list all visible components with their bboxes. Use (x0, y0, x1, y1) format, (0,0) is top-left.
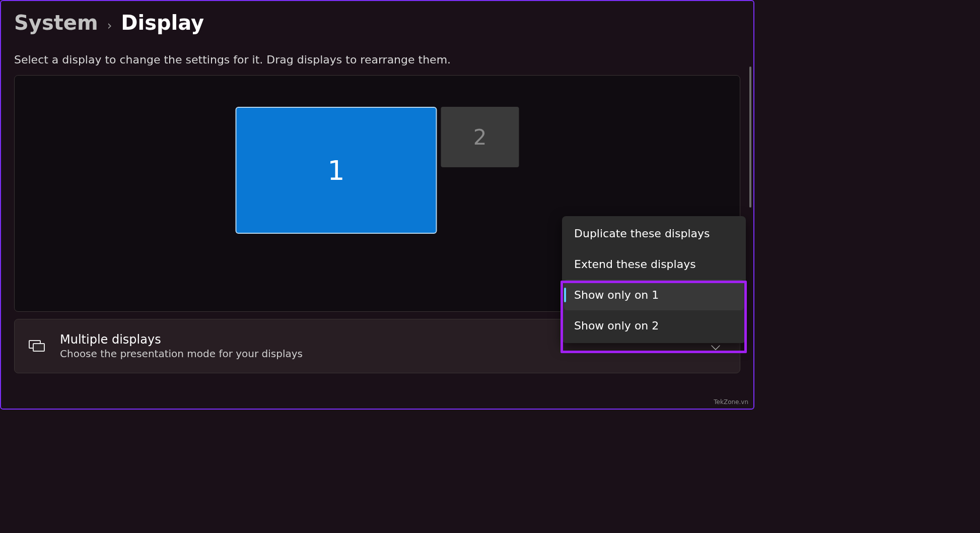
dropdown-option-duplicate[interactable]: Duplicate these displays (564, 218, 744, 249)
multiple-displays-subtitle: Choose the presentation mode for your di… (60, 348, 303, 360)
multiple-displays-title: Multiple displays (60, 332, 303, 347)
chevron-right-icon: › (107, 19, 112, 33)
displays-icon (29, 340, 45, 352)
watermark-text: TekZone.vn (714, 398, 748, 406)
scrollbar-thumb[interactable] (749, 66, 751, 208)
projection-mode-dropdown: Duplicate these displays Extend these di… (562, 216, 746, 343)
instruction-text: Select a display to change the settings … (14, 53, 740, 66)
display-tile-2[interactable]: 2 (441, 107, 519, 167)
display-tile-1[interactable]: 1 (236, 107, 437, 234)
breadcrumb: System › Display (14, 11, 740, 34)
dropdown-option-show-only-1[interactable]: Show only on 1 (564, 280, 744, 310)
breadcrumb-parent-link[interactable]: System (14, 11, 98, 34)
chevron-down-icon[interactable] (711, 343, 721, 349)
dropdown-option-show-only-2[interactable]: Show only on 2 (564, 310, 744, 341)
scrollbar[interactable] (749, 66, 751, 308)
page-title: Display (121, 11, 204, 34)
dropdown-option-extend[interactable]: Extend these displays (564, 249, 744, 280)
